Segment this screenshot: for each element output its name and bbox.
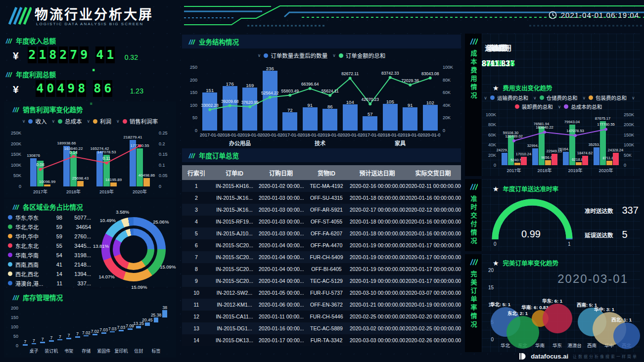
- table-row: 3IN-2015-JK16...2020-01-03 00:00...OFF-A…: [182, 204, 461, 216]
- table-cell: TEC-AC-5129: [304, 275, 349, 287]
- table-cell: OFF-PA-4470: [304, 239, 349, 251]
- cost-metric-label: 包装费: [482, 43, 510, 52]
- region-legend-item[interactable]: 华中,华中592760...: [8, 231, 91, 241]
- line-label: 147078.53: [560, 129, 590, 133]
- page-subtitle: LOGISTIC DATA ANALYSIS BIG SCREEN: [36, 22, 143, 26]
- legend-item[interactable]: 销售利润率: [123, 117, 158, 125]
- table-cell: 2020-01-18 00:00:00.000: [349, 227, 405, 239]
- tick: 15: [486, 285, 494, 290]
- table-cell: 2020-02-20 00:00:00.000: [405, 311, 461, 322]
- legend-item[interactable]: 总成本: [58, 117, 82, 125]
- table-cell: 2020-01-21 00:00:00.000: [349, 299, 405, 311]
- orders-titlebar: 年度订单总览: [182, 148, 461, 162]
- region-legend-item[interactable]: 华北,华北5934654: [8, 222, 91, 231]
- region-legend-item[interactable]: 华南,华南543198...: [8, 250, 91, 260]
- perfect-bubble-chart: 20151050华北东北华南华东港澳台西南华中西北华北: 5: 1东北: 2: …: [486, 265, 637, 349]
- legend-dropdown-icon[interactable]: ∨: [22, 119, 26, 124]
- legend-item[interactable]: 装卸费的总和: [515, 103, 553, 110]
- legend-item[interactable]: 仓储费的总和: [540, 94, 578, 101]
- bar-label: 24328.24: [602, 148, 630, 152]
- legend-dropdown-icon[interactable]: ∨: [87, 119, 91, 124]
- legend-dot-icon: [589, 95, 593, 100]
- legend-dropdown-icon[interactable]: ∨: [558, 104, 561, 109]
- legend-dropdown-icon[interactable]: ∨: [533, 95, 537, 100]
- table-row: 9IN-2015-SC20...2020-01-04 00:00...TEC-A…: [182, 275, 461, 287]
- legend-item[interactable]: 收入: [28, 117, 46, 125]
- tick: 60K: [484, 133, 496, 137]
- datetime-display: 2021-04-01 06:19:04: [549, 11, 639, 19]
- line-label: 120789.02: [499, 134, 529, 138]
- xlab: 2019-01-0..: [400, 133, 420, 137]
- legend-dropdown-icon[interactable]: ∨: [484, 95, 487, 100]
- bubble[interactable]: [543, 304, 572, 333]
- hash-slashes-icon: [12, 294, 19, 301]
- tick: 0: [6, 184, 21, 189]
- legend-dropdown-icon[interactable]: ∨: [258, 53, 261, 58]
- region-count: 55: [49, 243, 62, 249]
- xlab: 2020年: [591, 167, 621, 174]
- delivery-panel-vstrip: 准时交付情况: [465, 179, 482, 251]
- table-cell: 6: [182, 239, 211, 251]
- tick: 200K: [6, 141, 21, 146]
- table-cell: 2020-01-16 00:00...: [258, 322, 304, 334]
- legend-item[interactable]: 利润: [93, 117, 111, 125]
- legend-dropdown-icon[interactable]: ∨: [51, 119, 55, 124]
- legend-dropdown-icon[interactable]: ∨: [632, 95, 635, 100]
- bubble[interactable]: [613, 322, 640, 349]
- region-label: 西北,西北: [15, 270, 46, 278]
- legend-label: 包装费的总和: [596, 94, 627, 101]
- legend-dropdown-icon[interactable]: ∨: [332, 53, 336, 58]
- region-share-title: 各区域业务占比情况: [12, 202, 83, 212]
- legend-item[interactable]: 包装费的总和: [589, 94, 627, 101]
- legend-item[interactable]: 订单金额的总和: [339, 51, 386, 59]
- bar-label: 6218.85: [565, 157, 593, 162]
- region-legend-item[interactable]: 西北,西北141394...: [8, 269, 91, 278]
- table-cell: 2020-01-17 00:00:00.000: [405, 251, 461, 263]
- region-legend-item[interactable]: 港澳台,港...11337...: [8, 278, 91, 288]
- legend-label: 仓储费的总和: [547, 94, 578, 101]
- legend-item[interactable]: 订单数量去重后的数量: [264, 51, 327, 59]
- legend-item[interactable]: 运输费的总和: [490, 94, 528, 101]
- xlab: 2017年: [499, 167, 529, 174]
- revenue-label: 年度收入总额: [16, 36, 56, 45]
- table-cell: 2020-03-03 00:00:00.000: [349, 334, 405, 346]
- delivery-subtitle-row: ★ 年度订单送达准时率: [493, 184, 558, 193]
- digit: 4: [56, 80, 65, 97]
- bar: [403, 107, 417, 131]
- legend-item[interactable]: 总成本的总和: [564, 103, 602, 110]
- orders-col-header: 货物ID: [304, 165, 349, 180]
- business-structure-title-text: 业务结构情况: [199, 37, 239, 46]
- region-count: 59: [49, 233, 62, 239]
- table-cell: 2020-01-16 00:00:00.000: [405, 192, 461, 204]
- region-legend-item[interactable]: 西南,西南412148...: [8, 260, 91, 269]
- table-cell: IN-2015-CA11...: [211, 311, 258, 322]
- bar: [423, 105, 438, 131]
- hash-slashes-icon: [188, 39, 195, 45]
- line-label: 83742.33: [375, 71, 405, 76]
- region-legend-item[interactable]: 东北,东北553445...: [8, 241, 91, 250]
- table-cell: 2020-01-04 00:00...: [258, 239, 304, 251]
- table-cell: 2020-01-05 00:00...: [258, 287, 304, 299]
- bar: [84, 335, 89, 337]
- revenue-metric: ¥ 218279.41 0.32: [13, 46, 138, 63]
- bar: [343, 104, 358, 131]
- bar-label: 189938.66: [53, 141, 81, 145]
- star-icon: ★: [493, 84, 499, 92]
- bar: [110, 182, 117, 186]
- bar-label: 130876: [20, 153, 47, 158]
- line-label: 55624.11: [315, 89, 345, 93]
- table-cell: OFF-BI-6405: [304, 263, 349, 275]
- app-logo-slashes-icon: [6, 4, 32, 27]
- xlab: 信封: [129, 348, 148, 354]
- table-cell: 2020-03-02 00:00:00.000: [349, 322, 405, 334]
- region-legend-item[interactable]: 华东,华东985077...: [8, 213, 91, 222]
- hash-slashes-icon: [12, 106, 19, 113]
- digit: 9: [80, 46, 89, 63]
- table-cell: IN-2015-DK13...: [211, 334, 258, 346]
- table-cell: 9: [182, 275, 211, 287]
- legend-dropdown-icon[interactable]: ∨: [583, 95, 586, 100]
- table-cell: OFF-SU-4315: [304, 192, 349, 204]
- legend-dropdown-icon[interactable]: ∨: [116, 119, 120, 124]
- legend-label: 利润: [100, 117, 111, 125]
- xlab: 2019-01-0..: [320, 133, 340, 137]
